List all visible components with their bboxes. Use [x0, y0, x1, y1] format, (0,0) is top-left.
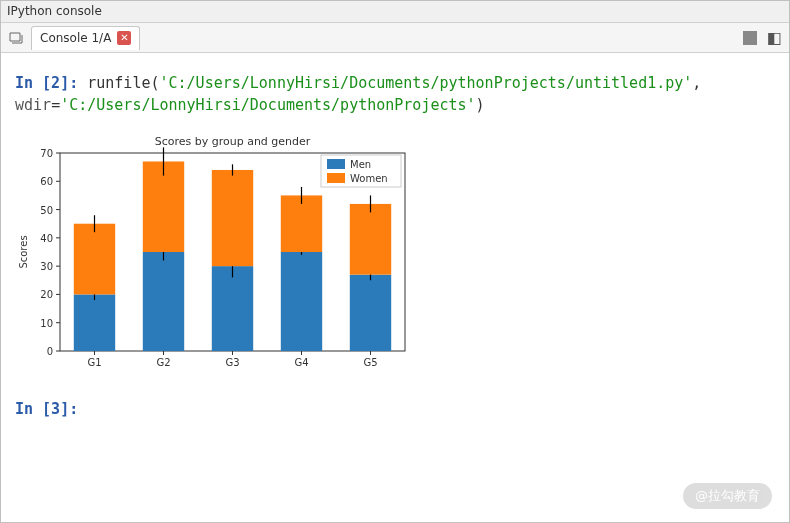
svg-text:50: 50: [40, 204, 53, 215]
svg-text:30: 30: [40, 261, 53, 272]
console-tab-label: Console 1/A: [40, 31, 111, 45]
svg-rect-20: [74, 223, 115, 294]
svg-rect-24: [143, 252, 184, 351]
svg-text:10: 10: [40, 317, 53, 328]
matplotlib-figure: 010203040506070ScoresG1G2G3G4G5Scores by…: [15, 131, 775, 381]
stop-kernel-button[interactable]: [741, 29, 759, 47]
svg-rect-18: [74, 294, 115, 351]
svg-rect-44: [350, 203, 391, 274]
console-output[interactable]: In [2]: runfile('C:/Users/LonnyHirsi/Doc…: [1, 53, 789, 522]
svg-rect-42: [350, 274, 391, 350]
svg-text:G1: G1: [87, 357, 101, 368]
pane-title: IPython console: [1, 1, 789, 23]
clear-console-button[interactable]: ◧: [765, 29, 783, 47]
svg-text:70: 70: [40, 148, 53, 159]
console-tabbar: Console 1/A ✕ ◧: [1, 23, 789, 53]
svg-text:40: 40: [40, 232, 53, 243]
svg-text:Scores: Scores: [18, 235, 29, 268]
new-console-icon[interactable]: [7, 29, 25, 47]
svg-text:G4: G4: [294, 357, 308, 368]
svg-rect-52: [327, 173, 345, 183]
svg-rect-50: [327, 159, 345, 169]
svg-text:Scores by group and gender: Scores by group and gender: [155, 135, 311, 148]
svg-text:60: 60: [40, 176, 53, 187]
svg-text:G2: G2: [156, 357, 170, 368]
input-line-2: In [2]: runfile('C:/Users/LonnyHirsi/Doc…: [15, 73, 775, 117]
svg-rect-30: [212, 266, 253, 351]
svg-text:Women: Women: [350, 173, 388, 184]
prompt-in-2: In [2]:: [15, 74, 78, 92]
input-line-3: In [3]:: [15, 399, 775, 421]
svg-text:0: 0: [47, 346, 53, 357]
svg-text:G3: G3: [225, 357, 239, 368]
svg-rect-36: [281, 252, 322, 351]
svg-rect-32: [212, 169, 253, 265]
svg-rect-38: [281, 195, 322, 252]
svg-text:Men: Men: [350, 159, 371, 170]
close-tab-icon[interactable]: ✕: [117, 31, 131, 45]
svg-text:20: 20: [40, 289, 53, 300]
runfile-call: runfile('C:/Users/LonnyHirsi/Documents/p…: [15, 74, 710, 114]
ipython-console-pane: IPython console Console 1/A ✕ ◧ In [2]: …: [0, 0, 790, 523]
prompt-in-3: In [3]:: [15, 400, 78, 418]
console-tab[interactable]: Console 1/A ✕: [31, 26, 140, 50]
svg-text:G5: G5: [363, 357, 377, 368]
watermark: @拉勾教育: [683, 483, 772, 509]
